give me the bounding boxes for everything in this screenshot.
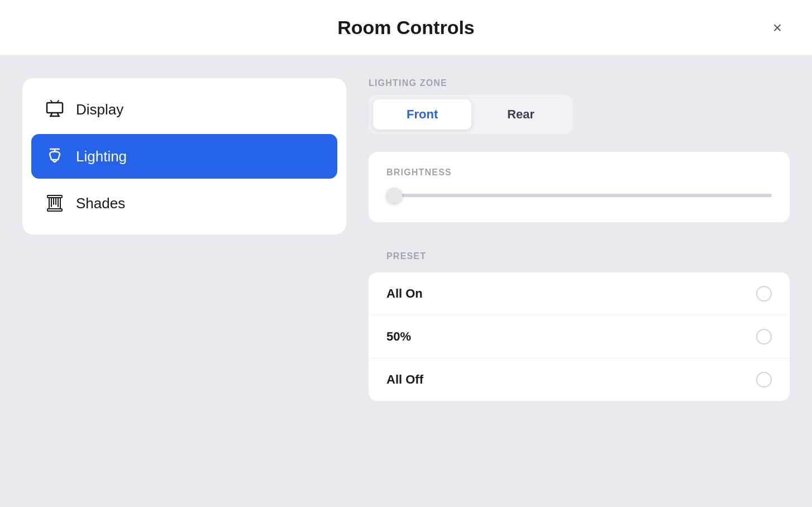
zone-rear-button[interactable]: Rear xyxy=(474,99,568,130)
zone-toggle: Front Rear xyxy=(369,95,572,134)
preset-item-fifty[interactable]: 50% xyxy=(369,315,790,358)
preset-all-on-label: All On xyxy=(386,286,423,301)
zone-front-button[interactable]: Front xyxy=(373,99,471,130)
brightness-section: BRIGHTNESS xyxy=(369,152,790,222)
display-icon xyxy=(45,99,65,119)
main-content: Display Lighting xyxy=(0,56,812,507)
sidebar-item-display-label: Display xyxy=(76,101,123,118)
header: Room Controls × xyxy=(0,0,812,56)
sidebar-item-display[interactable]: Display xyxy=(31,87,337,132)
preset-all-off-label: All Off xyxy=(386,372,423,387)
shades-icon xyxy=(45,193,65,213)
right-panel: LIGHTING ZONE Front Rear BRIGHTNESS PRES… xyxy=(369,78,790,485)
preset-item-all-off[interactable]: All Off xyxy=(369,358,790,401)
preset-label: PRESET xyxy=(386,251,772,261)
page-title: Room Controls xyxy=(337,17,475,39)
preset-item-all-on[interactable]: All On xyxy=(369,272,790,315)
sidebar-item-shades[interactable]: Shades xyxy=(31,181,337,226)
preset-all-off-radio[interactable] xyxy=(756,372,772,388)
lighting-icon xyxy=(45,146,65,166)
sidebar-item-lighting-label: Lighting xyxy=(76,148,127,165)
lighting-zone-label: LIGHTING ZONE xyxy=(369,78,790,88)
brightness-slider-container xyxy=(386,184,772,207)
brightness-label: BRIGHTNESS xyxy=(386,168,772,178)
sidebar-item-lighting[interactable]: Lighting xyxy=(31,134,337,179)
preset-fifty-radio[interactable] xyxy=(756,329,772,345)
svg-rect-0 xyxy=(47,103,63,113)
preset-all-on-radio[interactable] xyxy=(756,286,772,302)
preset-section: PRESET All On 50% All Off xyxy=(369,240,790,401)
preset-fifty-label: 50% xyxy=(386,329,411,344)
lighting-zone-section: LIGHTING ZONE Front Rear xyxy=(369,78,790,134)
preset-list: All On 50% All Off xyxy=(369,272,790,401)
sidebar: Display Lighting xyxy=(22,78,346,235)
close-button[interactable]: × xyxy=(765,16,790,40)
svg-rect-15 xyxy=(47,209,62,211)
svg-rect-8 xyxy=(47,195,62,198)
preset-header: PRESET xyxy=(369,240,790,272)
sidebar-item-shades-label: Shades xyxy=(76,195,125,212)
